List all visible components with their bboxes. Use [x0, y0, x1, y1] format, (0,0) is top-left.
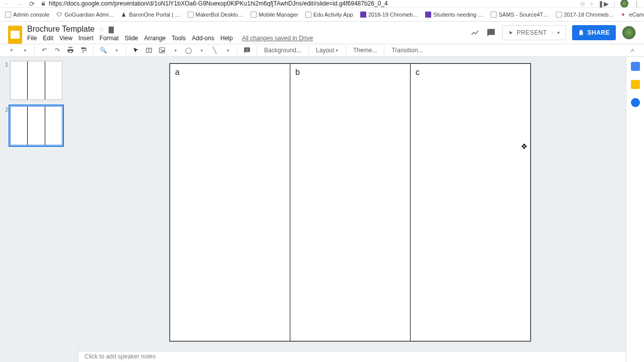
bookmark-item[interactable]: ✦eCampus: Home [621, 12, 644, 18]
menu-edit[interactable]: Edit [43, 35, 53, 42]
image-dropdown[interactable]: ▼ [170, 45, 181, 56]
thumb-number: 1 [3, 61, 8, 100]
menu-tools[interactable]: Tools [172, 35, 186, 42]
keep-icon[interactable] [631, 80, 640, 89]
toolbar: + ▼ ↶ ↷ 🔍 ▼ ▼ ◯ ▼ ╲ ▼ Background... Layo… [0, 44, 644, 57]
address-bar[interactable]: https://docs.google.com/presentation/d/1… [41, 0, 574, 7]
new-slide-dropdown[interactable]: ▼ [19, 45, 30, 56]
play-icon [508, 30, 514, 36]
comments-icon[interactable] [486, 28, 496, 38]
bookmark-item[interactable]: Admin console [5, 12, 49, 18]
bookmark-item[interactable]: Edu Activity App [305, 12, 353, 18]
line-tool[interactable]: ╲ [209, 45, 220, 56]
reload-button[interactable]: ⟳ [29, 0, 35, 8]
folder-icon[interactable]: ▇ [109, 26, 114, 33]
speaker-notes[interactable]: Click to add speaker notes [78, 351, 626, 362]
bookmark-item[interactable]: Students needing … [425, 12, 484, 18]
thumb-number: 2 [3, 106, 8, 145]
present-dropdown[interactable]: ▼ [552, 31, 560, 35]
line-dropdown[interactable]: ▼ [222, 45, 233, 56]
bookmarks-bar: Admin console 🛡GoGuardian Admi… ♟BaronOn… [0, 8, 644, 22]
collapse-toolbar[interactable]: ㅅ [627, 45, 638, 56]
bookmark-item[interactable]: 2017-18 Chromeb… [556, 12, 614, 18]
zoom-button[interactable]: 🔍 [98, 45, 109, 56]
slide-column-b[interactable]: b [290, 63, 411, 341]
forward-button[interactable]: → [17, 0, 23, 8]
campus-icon: ✦ [621, 12, 627, 18]
slide-thumbnail-2[interactable] [10, 106, 62, 145]
slide-canvas-area[interactable]: a b c ✥ Click to add speaker notes [78, 57, 626, 362]
profile-avatar[interactable] [620, 0, 628, 8]
present-button[interactable]: PRESENT ▼ [502, 25, 567, 40]
bookmark-item[interactable]: 🛡GoGuardian Admi… [56, 12, 114, 18]
svg-point-2 [160, 49, 162, 50]
undo-button[interactable]: ↶ [39, 45, 50, 56]
shape-tool[interactable]: ◯ [183, 45, 194, 56]
layout-button[interactable]: Layout ▼ [313, 45, 342, 56]
slide-column-c[interactable]: c [411, 63, 531, 341]
extension-icon-1[interactable]: ◦ [591, 0, 593, 8]
doc-title[interactable]: Brochure Template [27, 25, 95, 34]
lock-icon [578, 30, 584, 36]
back-button[interactable]: ← [4, 0, 11, 8]
bookmark-item[interactable]: MakerBot Deskto… [188, 12, 244, 18]
lock-icon [41, 1, 46, 6]
star-icon[interactable]: ☆ [580, 0, 586, 8]
sheets-icon [360, 12, 366, 18]
menu-view[interactable]: View [59, 35, 72, 42]
shield-icon: 🛡 [56, 12, 62, 18]
paint-format-button[interactable] [78, 45, 89, 56]
explore-icon[interactable] [470, 28, 480, 38]
new-slide-button[interactable]: + [6, 45, 17, 56]
textbox-tool[interactable] [143, 45, 154, 56]
select-tool[interactable] [130, 45, 141, 56]
menu-insert[interactable]: Insert [78, 35, 94, 42]
slides-logo[interactable] [8, 26, 22, 44]
menu-bar: File Edit View Insert Format Slide Arran… [27, 35, 313, 42]
menu-file[interactable]: File [27, 35, 37, 42]
filmstrip[interactable]: 1 2 [0, 57, 78, 362]
background-button[interactable]: Background... [261, 45, 304, 56]
extension-icon-2[interactable]: ❚▶ [598, 0, 609, 8]
slide-thumbnail-1[interactable] [10, 61, 62, 100]
side-panel [626, 57, 644, 362]
save-status[interactable]: All changes saved in Drive [242, 35, 313, 42]
sheets-icon [425, 12, 431, 18]
slide-column-a[interactable]: a [170, 63, 290, 341]
image-tool[interactable] [156, 45, 168, 56]
redo-button[interactable]: ↷ [52, 45, 63, 56]
account-avatar[interactable] [622, 26, 636, 40]
menu-help[interactable]: Help [220, 35, 233, 42]
menu-arrange[interactable]: Arrange [144, 35, 166, 42]
chess-icon: ♟ [121, 12, 127, 18]
slide-canvas[interactable]: a b c [169, 63, 531, 342]
print-button[interactable] [65, 45, 76, 56]
transition-button[interactable]: Transition... [388, 45, 426, 56]
shape-dropdown[interactable]: ▼ [196, 45, 207, 56]
chrome-menu-icon[interactable]: ⋮ [633, 0, 640, 8]
menu-slide[interactable]: Slide [125, 35, 138, 42]
menu-format[interactable]: Format [100, 35, 119, 42]
menu-addons[interactable]: Add-ons [192, 35, 214, 42]
bookmark-item[interactable]: ♟BaronOne Portal | … [121, 12, 181, 18]
bookmark-item[interactable]: SAMS - Source4T… [491, 12, 549, 18]
calendar-icon[interactable] [631, 62, 640, 71]
bookmark-item[interactable]: Mobile Manager [251, 12, 298, 18]
zoom-dropdown[interactable]: ▼ [111, 45, 122, 56]
star-icon[interactable]: ☆ [99, 26, 105, 33]
url-text: https://docs.google.com/presentation/d/1… [49, 0, 388, 7]
tasks-icon[interactable] [631, 98, 640, 107]
comment-button[interactable] [242, 45, 253, 56]
theme-button[interactable]: Theme... [350, 45, 380, 56]
share-button[interactable]: SHARE [572, 25, 616, 40]
bookmark-item[interactable]: 2018-19 Chromeb… [360, 12, 419, 18]
